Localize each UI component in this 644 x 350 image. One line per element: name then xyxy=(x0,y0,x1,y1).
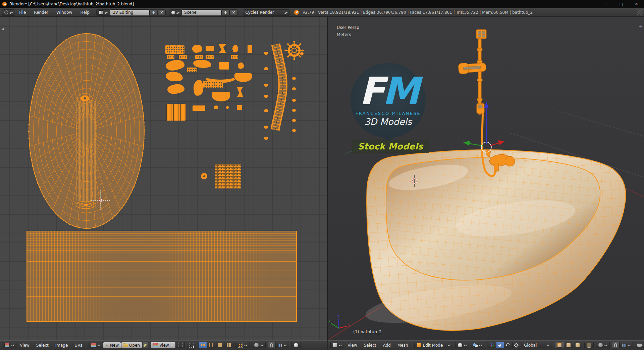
translate-manipulator-button[interactable] xyxy=(496,342,504,348)
v3d-menu-view[interactable]: View xyxy=(344,343,360,348)
uv-edge-select-button[interactable] xyxy=(207,342,215,348)
uv-island xyxy=(238,62,244,69)
view-label: View xyxy=(159,343,169,348)
uv-island-wheel xyxy=(284,41,304,60)
pivot-dropdown[interactable]: ▲▼ xyxy=(471,342,484,348)
image-view-dropdown[interactable]: View▲▼ xyxy=(150,342,176,348)
screen-layout-icon-button[interactable]: ▲▼ xyxy=(96,9,110,16)
center-view-button[interactable] xyxy=(176,342,185,348)
vertex-mode-icon xyxy=(557,343,562,348)
bathtub-mesh xyxy=(363,150,626,331)
image-icon xyxy=(153,343,158,347)
render-camera-icon xyxy=(637,344,642,347)
new-image-button[interactable]: + New xyxy=(103,342,121,348)
image-datablock-button[interactable]: ▲▼ xyxy=(89,342,103,348)
viewport-name-overlay: User Persp xyxy=(337,25,359,30)
delete-layout-button[interactable]: ✕ xyxy=(158,9,166,16)
v3d-menu-mesh[interactable]: Mesh xyxy=(394,343,412,348)
uv-island xyxy=(206,46,214,51)
plus-icon: + xyxy=(224,10,227,15)
screen-layout-field[interactable]: UV Editing xyxy=(110,9,150,16)
snap-element-dropdown[interactable]: ▲▼ xyxy=(620,342,633,348)
proportional-edit-dropdown[interactable]: ▲▼ xyxy=(252,342,266,348)
face-mode-icon xyxy=(575,343,580,348)
shading-sphere-icon xyxy=(458,343,463,348)
vertex-mode-button[interactable] xyxy=(555,342,564,348)
uv-menu-image[interactable]: Image xyxy=(52,343,71,348)
v3d-menu-add[interactable]: Add xyxy=(380,343,394,348)
uv-island-select-button[interactable] xyxy=(224,342,233,348)
menu-file[interactable]: File xyxy=(15,10,30,15)
open-label: Open xyxy=(129,343,140,348)
uv-vertex-select-button[interactable] xyxy=(198,342,207,348)
uv-island xyxy=(195,55,203,59)
scene-field[interactable]: Scene xyxy=(182,9,221,16)
scale-icon xyxy=(514,343,519,347)
edge-mode-button[interactable] xyxy=(564,342,573,348)
editor-type-3d-button[interactable]: ▲▼ xyxy=(330,342,344,348)
proportional-edit-icon xyxy=(598,343,603,348)
render-engine-dropdown[interactable]: Cycles Render▲▼ xyxy=(243,9,290,16)
editor-type-info-button[interactable]: ▲▼ xyxy=(2,9,15,16)
menu-window[interactable]: Window xyxy=(52,10,76,15)
texture-preview-button[interactable] xyxy=(291,342,301,348)
uv-face-select-button[interactable] xyxy=(215,342,224,348)
manipulator-group xyxy=(487,342,520,348)
uv-island xyxy=(264,126,268,129)
uv-island xyxy=(292,109,296,112)
proportional-edit-icon xyxy=(254,343,259,348)
stock-models-label: Stock Models xyxy=(358,141,423,151)
close-button[interactable]: ✕ xyxy=(629,0,644,8)
editor-type-image-button[interactable]: ▲▼ xyxy=(2,342,16,348)
uv-menu-select[interactable]: Select xyxy=(33,343,52,348)
region-expand-icon[interactable]: ✛ xyxy=(639,24,643,29)
plus-icon: + xyxy=(152,10,155,15)
uv-island xyxy=(165,45,184,54)
proportional-edit-dropdown[interactable]: ▲▼ xyxy=(596,342,610,348)
sticky-select-dropdown[interactable]: ▲▼ xyxy=(235,342,250,348)
uv-sync-select-button[interactable] xyxy=(187,342,196,348)
uv-island xyxy=(203,81,223,88)
pin-button[interactable] xyxy=(142,342,148,348)
mode-dropdown[interactable]: Edit Mode ▲▼ xyxy=(414,342,453,348)
add-scene-button[interactable]: + xyxy=(221,9,229,16)
editor-corner-grip[interactable] xyxy=(637,9,643,15)
minimize-button[interactable]: – xyxy=(599,0,614,8)
v3d-menu-select[interactable]: Select xyxy=(361,343,380,348)
open-image-button[interactable]: Open xyxy=(121,342,142,348)
viewport-3d-canvas[interactable]: z x y FM FRANCESCO MILANESE 3D Models St… xyxy=(328,17,644,340)
close-icon: ✕ xyxy=(232,10,235,15)
uv-editor-canvas[interactable]: ◄ xyxy=(0,17,328,340)
manipulator-toggle-button[interactable] xyxy=(487,342,496,348)
menu-help[interactable]: Help xyxy=(76,10,93,15)
snap-toggle-button[interactable] xyxy=(268,342,275,348)
uv-island xyxy=(292,77,296,80)
plus-icon: + xyxy=(105,343,109,348)
delete-scene-button[interactable]: ✕ xyxy=(229,9,237,16)
menu-render[interactable]: Render xyxy=(30,10,52,15)
axis-z-label: z xyxy=(337,314,339,318)
opengl-render-button[interactable] xyxy=(635,342,644,348)
mode-label: Edit Mode xyxy=(423,343,443,348)
limit-selection-button[interactable] xyxy=(584,342,594,348)
titlebar[interactable]: Blender* [C:\Users\franc\Desktop\bathtub… xyxy=(0,0,644,8)
uv-menu-uvs[interactable]: UVs xyxy=(71,343,86,348)
snap-element-dropdown[interactable]: ▲▼ xyxy=(275,342,289,348)
uv-menu-view[interactable]: View xyxy=(16,343,33,348)
uv-island xyxy=(292,99,296,102)
face-mode-button[interactable] xyxy=(573,342,582,348)
maximize-button[interactable]: ▢ xyxy=(614,0,629,8)
viewport-shading-dropdown[interactable]: ▲▼ xyxy=(455,342,469,348)
add-layout-button[interactable]: + xyxy=(150,9,158,16)
snap-toggle-button[interactable] xyxy=(612,342,620,348)
region-expand-icon[interactable]: ◄ xyxy=(1,26,4,31)
scale-manipulator-button[interactable] xyxy=(512,342,520,348)
orientation-label: Global xyxy=(524,343,537,348)
orientation-dropdown[interactable]: Global▲▼ xyxy=(522,342,552,348)
vertex-select-icon xyxy=(201,343,205,347)
rotate-manipulator-button[interactable] xyxy=(504,342,513,348)
scene-icon-button[interactable]: ▲▼ xyxy=(169,9,182,16)
uv-island xyxy=(192,45,202,53)
fm-watermark-logo: FM FRANCESCO MILANESE 3D Models xyxy=(351,63,426,138)
uv-island-rect xyxy=(27,231,297,321)
